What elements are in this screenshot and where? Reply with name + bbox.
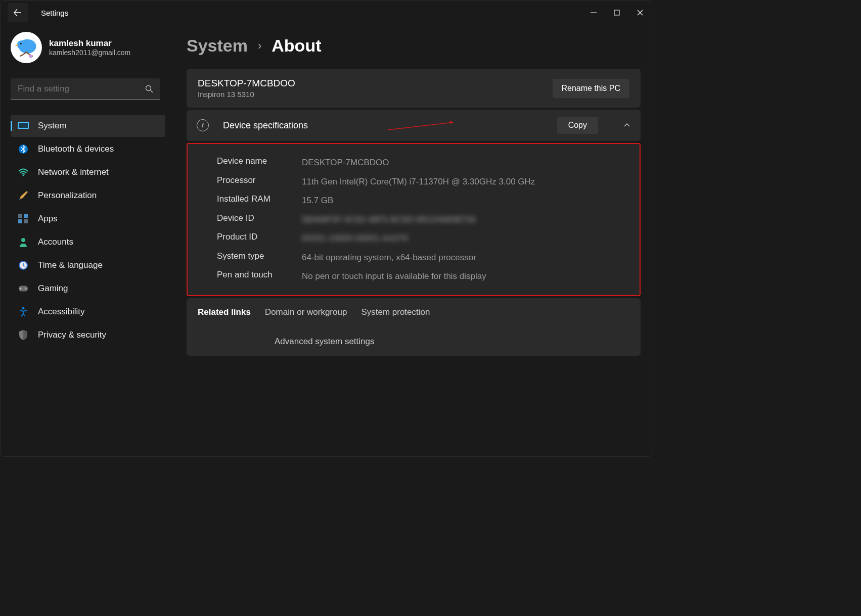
related-link-domain[interactable]: Domain or workgroup xyxy=(265,307,347,317)
spec-row: Installed RAM15.7 GB xyxy=(188,191,640,210)
nav-label: Personalization xyxy=(38,191,97,201)
search-icon xyxy=(145,85,153,93)
spec-value: 5B468F5F-6C82-48F5-BC6D-8912A680B756 xyxy=(302,213,610,226)
svg-rect-15 xyxy=(24,219,28,223)
spec-value: 00331-10000-00001-AA376 xyxy=(302,232,610,245)
bluetooth-icon xyxy=(18,144,29,155)
pc-info-card: DESKTOP-7MCBDOO Inspiron 13 5310 Rename … xyxy=(187,69,641,108)
close-button[interactable] xyxy=(628,5,652,21)
sidebar-item-gaming[interactable]: Gaming xyxy=(11,277,165,300)
nav-list: SystemBluetooth & devicesNetwork & inter… xyxy=(11,115,165,346)
spec-value: 11th Gen Intel(R) Core(TM) i7-11370H @ 3… xyxy=(302,175,610,188)
spec-label: Processor xyxy=(217,175,302,188)
nav-label: System xyxy=(38,121,67,131)
svg-point-22 xyxy=(22,307,25,310)
bird-icon xyxy=(13,34,39,61)
profile-email: kamlesh2011@gmail.com xyxy=(49,49,130,57)
arrow-left-icon xyxy=(14,9,22,17)
related-links-card: Related links Domain or workgroup System… xyxy=(187,298,641,356)
svg-rect-9 xyxy=(19,123,28,128)
chevron-right-icon: › xyxy=(258,39,261,53)
profile-block[interactable]: kamlesh kumar kamlesh2011@gmail.com xyxy=(11,32,165,63)
breadcrumb: System › About xyxy=(187,36,641,56)
nav-label: Apps xyxy=(38,214,58,224)
breadcrumb-current: About xyxy=(271,36,321,56)
minimize-icon xyxy=(591,10,597,16)
svg-rect-13 xyxy=(24,214,28,218)
sidebar-item-system[interactable]: System xyxy=(11,115,165,137)
sidebar-item-account[interactable]: Accounts xyxy=(11,231,165,253)
spec-row: Product ID00331-10000-00001-AA376 xyxy=(188,229,640,248)
gaming-icon xyxy=(18,283,29,294)
svg-point-21 xyxy=(25,289,26,290)
svg-point-5 xyxy=(29,55,32,58)
accessibility-icon xyxy=(18,306,29,317)
wifi-icon xyxy=(18,167,29,178)
pc-model: Inspiron 13 5310 xyxy=(198,90,295,99)
brush-icon xyxy=(18,190,29,201)
spec-row: Device nameDESKTOP-7MCBDOO xyxy=(188,153,640,172)
profile-name: kamlesh kumar xyxy=(49,38,130,49)
chevron-up-icon xyxy=(623,122,630,129)
sidebar-item-brush[interactable]: Personalization xyxy=(11,184,165,207)
svg-point-11 xyxy=(23,175,24,176)
spec-label: Installed RAM xyxy=(217,194,302,207)
svg-point-6 xyxy=(146,85,151,90)
search-input[interactable] xyxy=(18,84,145,94)
spec-row: Pen and touchNo pen or touch input is av… xyxy=(188,267,640,286)
account-icon xyxy=(18,236,29,248)
rename-pc-button[interactable]: Rename this PC xyxy=(553,79,630,98)
svg-line-23 xyxy=(388,122,454,130)
related-link-advanced[interactable]: Advanced system settings xyxy=(275,337,374,346)
svg-point-16 xyxy=(21,238,25,242)
spec-value: DESKTOP-7MCBDOO xyxy=(302,156,610,169)
sidebar-item-clock[interactable]: Time & language xyxy=(11,254,165,276)
window-controls xyxy=(582,5,652,21)
spec-row: System type64-bit operating system, x64-… xyxy=(188,248,640,267)
specs-header[interactable]: i Device specifications Copy xyxy=(187,110,641,141)
maximize-icon xyxy=(614,10,620,16)
nav-label: Gaming xyxy=(38,283,68,294)
sidebar-item-bluetooth[interactable]: Bluetooth & devices xyxy=(11,138,165,160)
shield-icon xyxy=(18,329,29,341)
spec-label: Pen and touch xyxy=(217,270,302,283)
svg-point-20 xyxy=(25,288,26,289)
sidebar-item-apps[interactable]: Apps xyxy=(11,208,165,230)
spec-row: Processor11th Gen Intel(R) Core(TM) i7-1… xyxy=(188,172,640,192)
specs-table: Device nameDESKTOP-7MCBDOOProcessor11th … xyxy=(187,143,641,296)
sidebar-item-shield[interactable]: Privacy & security xyxy=(11,324,165,346)
app-title: Settings xyxy=(41,9,68,17)
close-icon xyxy=(637,10,643,16)
related-title: Related links xyxy=(198,307,251,317)
spec-label: System type xyxy=(217,251,302,264)
maximize-button[interactable] xyxy=(605,5,628,21)
spec-value: 64-bit operating system, x64-based proce… xyxy=(302,251,610,264)
spec-label: Product ID xyxy=(217,232,302,245)
nav-label: Time & language xyxy=(38,260,103,270)
nav-label: Bluetooth & devices xyxy=(38,144,114,154)
clock-icon xyxy=(18,260,29,271)
minimize-button[interactable] xyxy=(582,5,605,21)
related-link-protection[interactable]: System protection xyxy=(361,307,430,317)
back-button[interactable] xyxy=(8,3,28,22)
svg-rect-14 xyxy=(18,219,22,223)
svg-line-7 xyxy=(151,90,153,92)
search-box[interactable] xyxy=(11,78,160,100)
sidebar-item-wifi[interactable]: Network & internet xyxy=(11,161,165,183)
system-icon xyxy=(18,120,29,131)
spec-value: 15.7 GB xyxy=(302,194,610,207)
breadcrumb-parent[interactable]: System xyxy=(187,36,248,56)
annotation-arrow xyxy=(388,121,459,131)
nav-label: Network & internet xyxy=(38,167,109,177)
spec-label: Device name xyxy=(217,156,302,169)
sidebar: kamlesh kumar kamlesh2011@gmail.com Syst… xyxy=(1,25,168,456)
device-specs-card: i Device specifications Copy xyxy=(187,110,641,141)
svg-rect-1 xyxy=(614,10,619,15)
copy-button[interactable]: Copy xyxy=(557,117,598,134)
info-icon: i xyxy=(197,119,209,131)
sidebar-item-accessibility[interactable]: Accessibility xyxy=(11,301,165,323)
svg-point-4 xyxy=(20,43,22,44)
spec-label: Device ID xyxy=(217,213,302,226)
apps-icon xyxy=(18,213,29,224)
title-bar: Settings xyxy=(1,1,652,25)
